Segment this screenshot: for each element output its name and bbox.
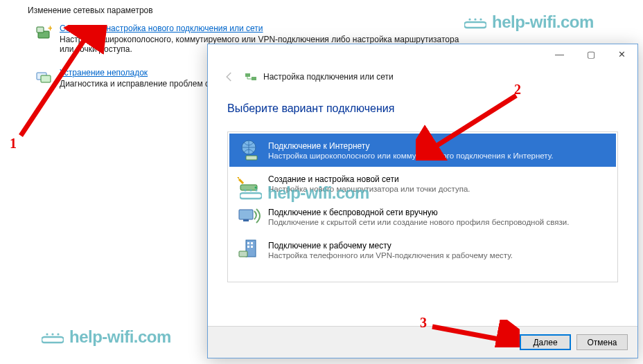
option-desc: Настройка нового маршрутизатора или точк… <box>268 185 470 193</box>
option-desc: Подключение к скрытой сети или создание … <box>268 218 569 226</box>
minimize-button[interactable]: — <box>544 44 575 64</box>
svg-rect-18 <box>239 251 247 257</box>
option-title: Подключение к Интернету <box>268 141 553 151</box>
next-button[interactable]: Далее <box>520 334 571 350</box>
option-desc: Настройка широкополосного или коммутируе… <box>268 152 553 160</box>
svg-text:+: + <box>48 24 52 33</box>
svg-rect-14 <box>247 242 249 244</box>
router-icon <box>235 171 263 196</box>
option-workplace[interactable]: Подключение к рабочему месту Настройка т… <box>229 233 616 266</box>
troubleshoot-icon <box>35 68 53 86</box>
svg-rect-19 <box>42 337 64 343</box>
dialog-footer: Далее Отмена <box>208 326 637 358</box>
svg-point-21 <box>51 333 53 335</box>
svg-point-26 <box>479 18 482 20</box>
option-title: Подключение к беспроводной сети вручную <box>268 208 569 217</box>
back-button <box>220 68 238 86</box>
create-connection-link[interactable]: Создание и настройка нового подключения … <box>60 24 464 33</box>
svg-rect-8 <box>246 156 257 160</box>
building-icon <box>235 237 263 262</box>
connection-wizard-dialog: — ▢ ✕ Настройка подключения или сети Выб… <box>207 44 638 358</box>
new-connection-icon: + <box>35 24 53 42</box>
svg-rect-1 <box>37 27 44 33</box>
dialog-header-text: Настройка подключения или сети <box>263 72 394 82</box>
option-title: Создание и настройка новой сети <box>268 174 470 184</box>
network-icon <box>245 71 256 82</box>
dialog-header: Настройка подключения или сети <box>208 64 637 90</box>
svg-rect-23 <box>464 22 486 28</box>
svg-point-22 <box>57 333 59 335</box>
svg-point-24 <box>468 18 470 20</box>
svg-rect-5 <box>245 73 250 77</box>
dialog-title: Выберите вариант подключения <box>227 102 618 115</box>
close-button[interactable]: ✕ <box>606 44 637 64</box>
watermark: help-wifi.com <box>464 12 594 32</box>
svg-rect-4 <box>41 75 51 82</box>
svg-rect-11 <box>239 210 253 219</box>
window-titlebar: — ▢ ✕ <box>208 44 637 64</box>
svg-rect-17 <box>251 246 253 248</box>
svg-rect-12 <box>243 219 249 221</box>
option-title: Подключение к рабочему месту <box>268 241 513 251</box>
option-desc: Настройка телефонного или VPN-подключени… <box>268 251 513 260</box>
section-heading: Изменение сетевых параметров <box>28 6 153 15</box>
svg-point-20 <box>46 333 48 335</box>
monitor-wifi-icon <box>235 204 263 229</box>
option-new-network[interactable]: Создание и настройка новой сети Настройк… <box>229 167 616 200</box>
option-internet[interactable]: Подключение к Интернету Настройка широко… <box>229 134 616 167</box>
maximize-button[interactable]: ▢ <box>575 44 606 64</box>
svg-rect-16 <box>247 246 249 248</box>
svg-point-10 <box>255 187 257 189</box>
svg-point-25 <box>474 18 476 20</box>
svg-rect-9 <box>240 185 257 190</box>
svg-rect-15 <box>251 242 253 244</box>
connection-option-list: Подключение к Интернету Настройка широко… <box>227 131 618 282</box>
annotation-1: 1 <box>10 136 17 152</box>
cancel-button[interactable]: Отмена <box>576 334 628 350</box>
globe-icon <box>235 138 263 163</box>
option-manual-wireless[interactable]: Подключение к беспроводной сети вручную … <box>229 200 616 233</box>
watermark: help-wifi.com <box>42 327 171 347</box>
